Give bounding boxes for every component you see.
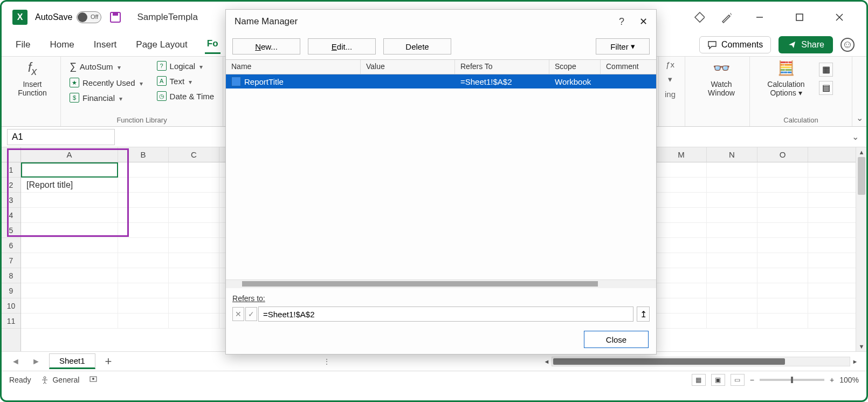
scroll-down-icon[interactable]: ▼: [856, 342, 866, 351]
new-name-button[interactable]: New...: [232, 38, 300, 54]
edit-name-button[interactable]: Edit...: [308, 38, 376, 54]
header-value[interactable]: Value: [361, 60, 455, 74]
scroll-right-icon[interactable]: ►: [850, 357, 860, 366]
autosave-toggle[interactable]: Off: [77, 11, 101, 23]
name-box[interactable]: A1: [7, 129, 115, 145]
zoom-out-button[interactable]: −: [750, 376, 754, 384]
zoom-level[interactable]: 100%: [839, 376, 859, 384]
date-time-button[interactable]: ◷Date & Time: [155, 90, 217, 102]
dialog-titlebar[interactable]: Name Manager ? ✕: [226, 10, 656, 33]
col-header-b[interactable]: B: [118, 147, 169, 162]
zoom-slider[interactable]: [760, 379, 824, 381]
scroll-left-icon[interactable]: ◄: [542, 357, 552, 366]
autosave-state: Off: [91, 13, 98, 20]
horizontal-scroll-thumb[interactable]: [553, 358, 785, 365]
select-all-corner[interactable]: [2, 147, 20, 162]
view-normal-button[interactable]: ▦: [692, 374, 706, 386]
row-header-7[interactable]: 7: [2, 253, 20, 268]
filter-button[interactable]: Filter▾: [596, 38, 650, 54]
row-header-10[interactable]: 10: [2, 298, 20, 314]
status-bar: Ready General ▦ ▣ ▭ − + 100%: [2, 371, 866, 388]
scroll-up-icon[interactable]: ▲: [856, 147, 866, 157]
comments-button[interactable]: Comments: [699, 36, 771, 53]
vertical-scroll-thumb[interactable]: [858, 157, 865, 195]
header-comment[interactable]: Comment: [601, 60, 656, 74]
cell-a2[interactable]: [Report title]: [21, 178, 118, 193]
feedback-smile-icon[interactable]: ☺: [841, 38, 855, 52]
insert-function-button[interactable]: fx Insert Function: [8, 60, 57, 97]
col-header-c[interactable]: C: [169, 147, 219, 162]
calc-sheet-icon[interactable]: ▤: [819, 81, 833, 95]
financial-button[interactable]: $Financial: [67, 92, 145, 104]
row-header-4[interactable]: 4: [2, 208, 20, 223]
dialog-help-button[interactable]: ?: [619, 16, 624, 28]
logical-button[interactable]: ?Logical: [155, 60, 217, 72]
recently-used-button[interactable]: ★Recently Used: [67, 77, 145, 88]
header-refers-to[interactable]: Refers To: [455, 60, 549, 74]
dialog-close-button[interactable]: ✕: [639, 16, 647, 28]
col-header-n[interactable]: N: [707, 147, 757, 162]
calculation-options-button[interactable]: 🧮 Calculation Options ▾: [756, 60, 816, 97]
accept-edit-button[interactable]: ✓: [245, 307, 257, 321]
sheet-nav-next[interactable]: ►: [29, 355, 44, 368]
col-header-o[interactable]: O: [757, 147, 808, 162]
tab-split-grip-icon[interactable]: ⋮: [323, 357, 330, 366]
calc-now-icon[interactable]: ▦: [819, 63, 833, 77]
window-maximize-button[interactable]: [788, 9, 811, 25]
money-icon: $: [70, 93, 79, 103]
vertical-scrollbar[interactable]: ▲ ▼: [856, 147, 866, 351]
horizontal-scrollbar[interactable]: ◄ ►: [542, 356, 860, 367]
save-icon[interactable]: [109, 11, 122, 24]
view-page-break-button[interactable]: ▭: [731, 374, 745, 386]
name-list[interactable]: ReportTitle =Sheet1!$A$2 Workbook: [226, 74, 656, 280]
autosave-control[interactable]: AutoSave Off: [35, 11, 101, 23]
header-name[interactable]: Name: [226, 60, 361, 74]
refers-to-section: Refers to: ✕ ✓ ↥: [226, 288, 656, 325]
cancel-edit-button[interactable]: ✕: [232, 307, 244, 321]
accessibility-status[interactable]: General: [40, 376, 79, 384]
fx-icon: fx: [28, 60, 37, 78]
diamond-icon[interactable]: [694, 12, 705, 23]
name-list-hscroll[interactable]: [226, 280, 656, 288]
col-header-a[interactable]: A: [21, 147, 118, 162]
formula-bar-expand-button[interactable]: ⌄: [852, 132, 859, 142]
header-scope[interactable]: Scope: [549, 60, 601, 74]
row-header-2[interactable]: 2: [2, 178, 20, 193]
tab-page-layout[interactable]: Page Layout: [134, 36, 189, 53]
sheet-nav-prev[interactable]: ◄: [8, 355, 23, 368]
row-header-9[interactable]: 9: [2, 283, 20, 298]
window-minimize-button[interactable]: [748, 9, 771, 25]
row-header-11[interactable]: 11: [2, 314, 20, 329]
delete-name-button[interactable]: Delete: [383, 38, 451, 54]
row-refers-to: =Sheet1!$A$2: [455, 77, 549, 86]
view-page-layout-button[interactable]: ▣: [711, 374, 725, 386]
row-header-1[interactable]: 1: [2, 162, 20, 178]
share-button[interactable]: Share: [779, 36, 833, 53]
tab-file[interactable]: File: [13, 36, 32, 53]
row-header-3[interactable]: 3: [2, 193, 20, 208]
row-header-8[interactable]: 8: [2, 268, 20, 283]
zoom-in-button[interactable]: +: [830, 376, 834, 384]
collapse-dialog-button[interactable]: ↥: [637, 306, 650, 322]
refers-to-input[interactable]: [258, 306, 633, 322]
star-icon: ★: [70, 78, 79, 87]
col-header-m[interactable]: M: [656, 147, 707, 162]
text-button[interactable]: AText: [155, 75, 217, 87]
sheet-tab-sheet1[interactable]: Sheet1: [49, 353, 95, 369]
autosum-button[interactable]: ∑AutoSum: [67, 60, 145, 73]
close-button[interactable]: Close: [584, 331, 649, 348]
tab-formulas[interactable]: Fo: [205, 35, 221, 54]
macro-record-icon[interactable]: [89, 374, 98, 385]
tab-insert[interactable]: Insert: [92, 36, 119, 53]
add-sheet-button[interactable]: +: [101, 355, 116, 369]
share-icon: [787, 40, 797, 50]
pen-sparkle-icon[interactable]: [721, 12, 732, 23]
window-close-button[interactable]: [828, 9, 851, 25]
tab-home[interactable]: Home: [47, 36, 76, 53]
row-header-6[interactable]: 6: [2, 238, 20, 253]
row-header-5[interactable]: 5: [2, 223, 20, 238]
ribbon-collapse-button[interactable]: ⌄: [852, 57, 866, 126]
name-list-row[interactable]: ReportTitle =Sheet1!$A$2 Workbook: [226, 74, 656, 88]
watch-window-button[interactable]: 👓 Watch Window: [692, 60, 751, 97]
comment-icon: [707, 40, 717, 50]
